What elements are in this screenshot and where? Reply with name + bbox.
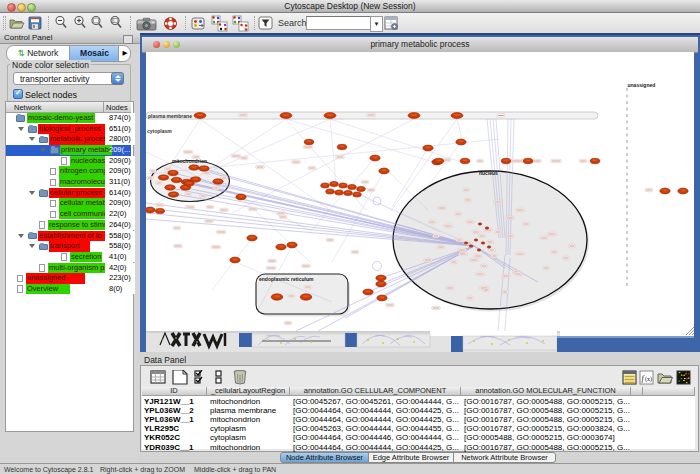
svg-text:cytoplasm: cytoplasm [147,128,172,134]
svg-text:(x): (x) [645,376,652,383]
svg-text:endoplasmic reticulum: endoplasmic reticulum [259,276,314,282]
svg-text:plasma membrane: plasma membrane [148,113,192,119]
svg-text:mitochondrion: mitochondrion [172,158,207,164]
svg-text:unassigned: unassigned [628,82,656,88]
svg-text:nucleus: nucleus [479,170,498,176]
